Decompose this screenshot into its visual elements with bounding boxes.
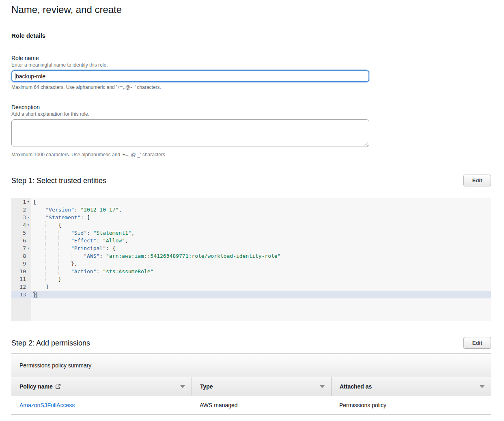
- code-token: :: [99, 253, 106, 259]
- trust-policy-editor[interactable]: 1▾{2"Version": "2012-10-17",3▾"Statement…: [11, 198, 491, 321]
- code-token: ,: [118, 207, 122, 213]
- editor-code-line[interactable]: {: [31, 198, 491, 206]
- editor-code-line[interactable]: "Effect": "Allow",: [31, 237, 491, 244]
- indent-guide: [45, 229, 58, 237]
- editor-code-line[interactable]: {: [31, 221, 491, 229]
- column-header-label: Type: [200, 383, 213, 390]
- fold-caret-icon[interactable]: ▾: [26, 198, 30, 206]
- policy-name-link[interactable]: AmazonS3FullAccess: [19, 402, 75, 408]
- editor-caret: [37, 292, 37, 298]
- step1-edit-button[interactable]: Edit: [463, 175, 491, 186]
- editor-code-line[interactable]: "Action": "sts:AssumeRole": [31, 268, 491, 275]
- indent-guide: [33, 268, 45, 275]
- editor-line[interactable]: 3▾"Statement": [: [11, 214, 491, 221]
- editor-gutter-cell: 12: [11, 283, 31, 291]
- column-header-type: Type: [192, 377, 331, 396]
- line-number: 3: [23, 214, 26, 221]
- line-number: 13: [19, 291, 26, 298]
- fold-caret-icon[interactable]: ▾: [26, 214, 30, 221]
- line-number: 5: [23, 229, 26, 237]
- description-constraint: Maximum 1000 characters. Use alphanumeri…: [11, 152, 491, 158]
- description-textarea[interactable]: [11, 119, 369, 147]
- editor-gutter-cell: 5: [11, 229, 31, 237]
- fold-caret-icon[interactable]: ▾: [26, 244, 30, 252]
- step1-heading: Step 1: Select trusted entities: [11, 176, 106, 186]
- description-label: Description: [11, 104, 491, 110]
- editor-code-line[interactable]: }: [31, 291, 491, 298]
- sort-triangle-icon[interactable]: [480, 385, 485, 388]
- editor-code-line[interactable]: }: [31, 275, 491, 283]
- line-number: 7: [23, 244, 26, 252]
- editor-line[interactable]: 2"Version": "2012-10-17",: [11, 206, 491, 214]
- indent-guide: [33, 237, 45, 244]
- code-token: },: [71, 261, 78, 267]
- column-header-label: Attached as: [340, 383, 372, 390]
- code-token: "Principal": [71, 245, 106, 251]
- editor-gutter-cell: 6: [11, 237, 31, 244]
- editor-code-line[interactable]: "Principal": {: [31, 244, 491, 252]
- editor-gutter-cell: 10: [11, 268, 31, 275]
- code-token: ,: [125, 237, 128, 244]
- indent-guide: [45, 275, 58, 283]
- code-token: :: [97, 268, 103, 274]
- indent-guide: [33, 229, 45, 237]
- editor-line[interactable]: 4▾{: [11, 221, 491, 229]
- editor-code-line[interactable]: ]: [31, 283, 491, 291]
- role-details-divider: [11, 48, 491, 48]
- editor-code-filler[interactable]: [31, 298, 491, 321]
- editor-line[interactable]: 6"Effect": "Allow",: [11, 237, 491, 244]
- editor-line[interactable]: 10"Action": "sts:AssumeRole": [11, 268, 491, 275]
- editor-line[interactable]: 11}: [11, 275, 491, 283]
- description-help: Add a short explanation for this role.: [11, 111, 491, 117]
- editor-gutter-cell: 3▾: [11, 214, 31, 221]
- code-token: :: [87, 230, 93, 236]
- code-token: {: [58, 222, 62, 228]
- role-name-label: Role name: [11, 55, 491, 61]
- editor-code-line[interactable]: "Statement": [: [31, 214, 491, 221]
- indent-guide: [33, 275, 45, 283]
- editor-line[interactable]: 8"AWS": "arn:aws:iam::541263489771:role/…: [11, 252, 491, 260]
- indent-guide: [58, 237, 71, 244]
- indent-guide: [45, 260, 58, 268]
- editor-line[interactable]: 12]: [11, 283, 491, 291]
- column-header-label: Policy name: [19, 383, 61, 390]
- editor-line[interactable]: 7▾"Principal": {: [11, 244, 491, 252]
- code-token: "2012-10-17": [80, 207, 118, 213]
- editor-code-line[interactable]: "AWS": "arn:aws:iam::541263489771:role/w…: [31, 252, 491, 260]
- policy-table-body: AmazonS3FullAccessAWS managedPermissions…: [11, 396, 491, 415]
- cell-policy-name: AmazonS3FullAccess: [11, 396, 192, 414]
- line-number: 4: [23, 221, 26, 229]
- code-token: "Allow": [103, 237, 125, 244]
- cell-attached-as: Permissions policy: [331, 396, 491, 414]
- editor-code-line[interactable]: "Sid": "Statement1",: [31, 229, 491, 237]
- indent-guide: [33, 244, 45, 252]
- editor-code-line[interactable]: },: [31, 260, 491, 268]
- indent-guide: [45, 237, 58, 244]
- indent-guide: [33, 252, 45, 260]
- editor-line[interactable]: 5"Sid": "Statement1",: [11, 229, 491, 237]
- indent-guide: [58, 260, 71, 268]
- fold-caret-icon[interactable]: ▾: [26, 221, 30, 229]
- step2-edit-button[interactable]: Edit: [463, 337, 491, 349]
- code-token: ]: [45, 284, 49, 290]
- sort-triangle-icon[interactable]: [180, 385, 185, 388]
- editor-gutter-cell: 7▾: [11, 244, 31, 252]
- line-number: 1: [23, 198, 26, 206]
- editor-filler[interactable]: [11, 298, 491, 321]
- permissions-panel-title: Permissions policy summary: [11, 354, 491, 377]
- editor-line[interactable]: 9},: [11, 260, 491, 268]
- line-number: 8: [23, 252, 26, 260]
- editor-line[interactable]: 1▾{: [11, 198, 491, 206]
- sort-triangle-icon[interactable]: [320, 385, 325, 388]
- role-name-input[interactable]: [11, 70, 369, 82]
- editor-gutter-cell: 4▾: [11, 221, 31, 229]
- editor-line[interactable]: 13}: [11, 291, 491, 298]
- indent-guide: [33, 260, 45, 268]
- editor-code-line[interactable]: "Version": "2012-10-17",: [31, 206, 491, 214]
- code-token: {: [33, 199, 36, 205]
- code-token: "AWS": [84, 253, 99, 259]
- role-name-constraint: Maximum 64 characters. Use alphanumeric …: [11, 84, 491, 90]
- code-token: "Version": [45, 207, 74, 213]
- editor-gutter-cell: 13: [11, 291, 31, 298]
- code-token: "Effect": [71, 237, 97, 244]
